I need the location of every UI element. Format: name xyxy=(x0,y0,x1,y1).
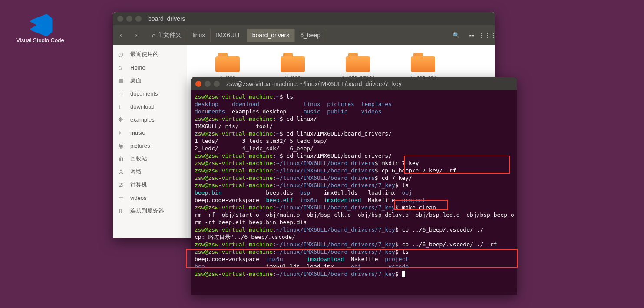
sidebar-item[interactable]: ↓download xyxy=(113,100,187,113)
sidebar-icon: ◉ xyxy=(118,142,127,149)
sidebar-item[interactable]: ▭videos xyxy=(113,191,187,204)
toolbar: ‹ › ⌂主文件夹linuxIMX6ULLboard_drivers6_beep… xyxy=(113,25,495,45)
desktop-icon-label: Visual Studio Code xyxy=(9,37,72,43)
desktop-icon-vscode[interactable]: Visual Studio Code xyxy=(9,13,72,43)
vscode-icon xyxy=(27,13,53,37)
minimize-icon[interactable] xyxy=(205,81,211,87)
terminal-title: zsw@zsw-virtual-machine: ~/linux/IMX6ULL… xyxy=(226,80,402,87)
breadcrumb-item[interactable]: linux xyxy=(187,29,211,42)
sidebar-label: 最近使用的 xyxy=(130,50,159,58)
sidebar: ◷最近使用的⌂Home▤桌面▭documents↓download❋exampl… xyxy=(113,45,187,238)
maximize-icon[interactable] xyxy=(214,81,220,87)
sidebar-icon: ◷ xyxy=(118,51,127,58)
back-button[interactable]: ‹ xyxy=(113,29,129,42)
window-title: board_drivers xyxy=(148,15,185,22)
sidebar-label: pictures xyxy=(130,142,150,149)
view-list-icon[interactable]: ☷ xyxy=(464,29,479,42)
sidebar-icon: ↓ xyxy=(118,103,127,110)
sidebar-item[interactable]: ▤桌面 xyxy=(113,74,187,87)
forward-button[interactable]: › xyxy=(129,29,144,42)
sidebar-icon: ♪ xyxy=(118,129,127,136)
sidebar-item[interactable]: ♪music xyxy=(113,126,187,139)
sidebar-label: documents xyxy=(130,90,158,97)
sidebar-item[interactable]: 🖳计算机 xyxy=(113,178,187,191)
terminal-output[interactable]: zsw@zsw-virtual-machine:~$ ls desktop do… xyxy=(191,90,517,280)
sidebar-label: videos xyxy=(130,195,147,201)
window-titlebar[interactable]: board_drivers xyxy=(113,12,495,25)
search-icon[interactable]: 🔍 xyxy=(448,29,464,42)
sidebar-item[interactable]: ◉pictures xyxy=(113,139,187,152)
folder-item[interactable]: 3_ledc_stm32 xyxy=(325,53,390,81)
folder-item[interactable]: 1_leds xyxy=(195,53,260,81)
sidebar-icon: ❋ xyxy=(118,116,127,123)
sidebar-item[interactable]: 🖧网络 xyxy=(113,165,187,178)
breadcrumb-item[interactable]: ⌂主文件夹 xyxy=(147,29,187,42)
sidebar-label: 桌面 xyxy=(130,76,142,84)
close-icon[interactable] xyxy=(117,16,123,22)
sidebar-icon: ▭ xyxy=(118,90,127,97)
sidebar-item[interactable]: ◷最近使用的 xyxy=(113,48,187,61)
close-icon[interactable] xyxy=(195,81,201,87)
folder-icon xyxy=(281,53,305,72)
sidebar-icon: 🗑 xyxy=(118,155,127,162)
sidebar-label: download xyxy=(130,103,155,110)
sidebar-icon: ⌂ xyxy=(118,64,127,71)
sidebar-label: 回收站 xyxy=(130,155,147,162)
view-grid-icon[interactable]: ⋮⋮⋮ xyxy=(479,29,495,42)
folder-icon xyxy=(411,53,435,72)
sidebar-item[interactable]: ⇅连接到服务器 xyxy=(113,204,187,217)
breadcrumb-item[interactable]: IMX6ULL xyxy=(211,29,247,42)
sidebar-item[interactable]: ❋examples xyxy=(113,113,187,126)
breadcrumb: ⌂主文件夹linuxIMX6ULLboard_drivers6_beep xyxy=(147,29,326,42)
breadcrumb-item[interactable]: board_drivers xyxy=(247,29,295,42)
sidebar-label: 网络 xyxy=(130,168,142,176)
maximize-icon[interactable] xyxy=(135,16,142,22)
sidebar-icon: ▭ xyxy=(118,194,127,201)
folder-icon xyxy=(346,53,370,72)
sidebar-icon: ⇅ xyxy=(118,207,127,214)
minimize-icon[interactable] xyxy=(126,16,132,22)
sidebar-item[interactable]: ⌂Home xyxy=(113,61,187,74)
window-titlebar[interactable]: zsw@zsw-virtual-machine: ~/linux/IMX6ULL… xyxy=(191,77,517,90)
breadcrumb-item[interactable]: 6_beep xyxy=(295,29,326,42)
sidebar-icon: 🖧 xyxy=(118,168,127,175)
folder-item[interactable]: 2_ledc xyxy=(260,53,325,81)
sidebar-label: 连接到服务器 xyxy=(130,207,164,215)
sidebar-icon: 🖳 xyxy=(118,181,127,188)
sidebar-label: examples xyxy=(130,116,155,123)
folder-item[interactable]: 4_ledc_sdk xyxy=(390,53,456,81)
sidebar-item[interactable]: 🗑回收站 xyxy=(113,152,187,165)
folder-icon xyxy=(215,53,240,72)
terminal-window: zsw@zsw-virtual-machine: ~/linux/IMX6ULL… xyxy=(191,77,517,295)
sidebar-icon: ▤ xyxy=(118,77,127,84)
sidebar-item[interactable]: ▭documents xyxy=(113,87,187,100)
sidebar-label: music xyxy=(130,129,145,136)
sidebar-label: 计算机 xyxy=(130,181,147,189)
sidebar-label: Home xyxy=(130,64,145,71)
